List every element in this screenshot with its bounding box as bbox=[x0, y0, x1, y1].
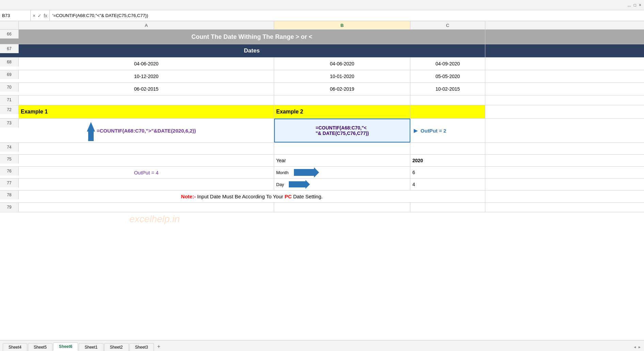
cell-71-b[interactable] bbox=[274, 95, 410, 105]
restore-icon[interactable]: □ bbox=[634, 3, 636, 7]
table-row: 70 06-02-2015 06-02-2019 10-02-2015 bbox=[0, 83, 644, 95]
day-arrow bbox=[289, 181, 306, 187]
note-pc: PC bbox=[285, 194, 292, 199]
row-num-72: 72 bbox=[0, 105, 19, 114]
cell-75-c[interactable]: 2020 bbox=[410, 155, 485, 166]
cell-70-c[interactable]: 10-02-2015 bbox=[410, 83, 485, 95]
formula-73-a-text: =COUNTIF(A68:C70,">"&DATE(2020,6,2)) bbox=[97, 128, 196, 134]
cell-75-b[interactable]: Year bbox=[274, 155, 410, 166]
table-row: 69 10-12-2020 10-01-2020 05-05-2020 bbox=[0, 70, 644, 83]
formula-73-b-text: =COUNTIF(A68:C70,"<"& DATE(C75,C76,C77)) bbox=[316, 125, 369, 136]
cell-72-a[interactable]: Example 1 bbox=[19, 105, 274, 118]
row-num-78: 78 bbox=[0, 190, 19, 199]
watermark: excelhelp.in bbox=[129, 214, 180, 225]
row-num-69: 69 bbox=[0, 70, 19, 79]
cell-74-b[interactable] bbox=[274, 143, 410, 154]
cell-70-b[interactable]: 06-02-2019 bbox=[274, 83, 410, 95]
output-76-a: OutPut = 4 bbox=[134, 170, 158, 176]
cell-69-b[interactable]: 10-01-2020 bbox=[274, 70, 410, 82]
cell-72-c[interactable] bbox=[410, 105, 485, 118]
table-row: 68 04-06-2020 04-06-2020 04-09-2020 bbox=[0, 58, 644, 70]
formula-bar: B73 × ✓ fx '=COUNTIF(A68:C70,"<"& DATE(C… bbox=[0, 10, 644, 21]
cell-73-b[interactable]: =COUNTIF(A68:C70,"<"& DATE(C75,C76,C77)) bbox=[274, 119, 410, 142]
cell-69-c[interactable]: 05-05-2020 bbox=[410, 70, 485, 82]
col-header-a[interactable]: A bbox=[19, 21, 274, 29]
row-num-66: 66 bbox=[0, 30, 19, 39]
row-num-75: 75 bbox=[0, 155, 19, 164]
cell-68-b[interactable]: 04-06-2020 bbox=[274, 58, 410, 70]
cell-71-c[interactable] bbox=[410, 95, 485, 105]
cell-79-a[interactable] bbox=[19, 203, 274, 212]
cell-76-c[interactable]: 6 bbox=[410, 167, 485, 178]
col-header-b[interactable]: B bbox=[274, 21, 410, 29]
column-headers: A B C bbox=[0, 21, 644, 30]
formula-content: '=COUNTIF(A68:C70,"<"& DATE(C75,C76,C77)… bbox=[50, 13, 644, 18]
cell-68-c[interactable]: 04-09-2020 bbox=[410, 58, 485, 70]
sheet-body[interactable]: excelhelp.in 66 Count The Date Withing T… bbox=[0, 30, 644, 338]
note-text-2: Date Setting. bbox=[292, 194, 323, 199]
cell-77-c[interactable]: 4 bbox=[410, 179, 485, 190]
table-row: 72 Example 1 Example 2 bbox=[0, 105, 644, 119]
col-header-c[interactable]: C bbox=[410, 21, 485, 29]
row-num-67: 67 bbox=[0, 44, 19, 53]
cell-74-c[interactable] bbox=[410, 143, 485, 154]
table-row: 78 Note:- Input Date Must Be According T… bbox=[0, 190, 644, 203]
month-arrow bbox=[294, 169, 314, 176]
cell-69-a[interactable]: 10-12-2020 bbox=[19, 70, 274, 82]
row-num-77: 77 bbox=[0, 179, 19, 187]
day-label: Day bbox=[276, 182, 284, 187]
cell-73-a[interactable]: =COUNTIF(A68:C70,">"&DATE(2020,6,2)) bbox=[19, 119, 274, 142]
cell-79-c[interactable] bbox=[410, 203, 485, 212]
row-num-71: 71 bbox=[0, 95, 19, 104]
row-num-79: 79 bbox=[0, 203, 19, 212]
month-label: Month bbox=[276, 170, 288, 175]
cell-68-a[interactable]: 04-06-2020 bbox=[19, 58, 274, 70]
row-num-76: 76 bbox=[0, 167, 19, 176]
row-num-74: 74 bbox=[0, 143, 19, 152]
note-label: Note:- bbox=[181, 194, 196, 199]
formula-icons[interactable]: × ✓ fx bbox=[31, 10, 50, 21]
table-row: 67 Dates bbox=[0, 44, 644, 58]
table-row: 76 OutPut = 4 Month 6 bbox=[0, 167, 644, 179]
close-icon[interactable]: × bbox=[639, 3, 641, 7]
output-73-c: OutPut = 2 bbox=[421, 128, 446, 134]
cancel-icon[interactable]: × bbox=[33, 13, 35, 18]
row-num-70: 70 bbox=[0, 83, 19, 92]
confirm-icon[interactable]: ✓ bbox=[37, 13, 42, 18]
spreadsheet: A B C excelhelp.in 66 Count The Date Wit… bbox=[0, 21, 644, 338]
table-row: 77 Day 4 bbox=[0, 179, 644, 190]
fx-icon[interactable]: fx bbox=[44, 13, 47, 18]
window-controls[interactable]: ... □ × bbox=[628, 3, 641, 7]
row-num-73: 73 bbox=[0, 119, 19, 127]
cell-70-a[interactable]: 06-02-2015 bbox=[19, 83, 274, 95]
cell-77-a[interactable] bbox=[19, 179, 274, 190]
table-row: 75 Year 2020 bbox=[0, 155, 644, 167]
table-row: 74 bbox=[0, 143, 644, 155]
title-bar: ... □ × bbox=[0, 0, 644, 10]
cell-78-merged: Note:- Input Date Must Be According To Y… bbox=[19, 190, 485, 202]
cell-67-merged[interactable]: Dates bbox=[19, 44, 485, 57]
cell-72-b[interactable]: Example 2 bbox=[274, 105, 410, 118]
cell-ref-box[interactable]: B73 bbox=[0, 10, 31, 21]
note-text-1: Input Date Must Be According To Your bbox=[196, 194, 285, 199]
table-row: 79 bbox=[0, 203, 644, 212]
row-num-68: 68 bbox=[0, 58, 19, 66]
cell-74-a[interactable] bbox=[19, 143, 274, 154]
cell-76-b[interactable]: Month bbox=[274, 167, 410, 178]
cell-71-a[interactable] bbox=[19, 95, 274, 105]
table-row: 71 bbox=[0, 95, 644, 105]
cell-79-b[interactable] bbox=[274, 203, 410, 212]
cell-73-c[interactable]: ► OutPut = 2 bbox=[410, 119, 485, 142]
table-row: 73 =COUNTIF(A68:C70,">"&DATE(2020,6,2)) … bbox=[0, 119, 644, 143]
cell-66-merged[interactable]: Count The Date Withing The Range > or < bbox=[19, 30, 485, 44]
cell-77-b[interactable]: Day bbox=[274, 179, 410, 190]
row-num-header bbox=[0, 21, 19, 29]
cell-75-a[interactable] bbox=[19, 155, 274, 166]
table-row: 66 Count The Date Withing The Range > or… bbox=[0, 30, 644, 44]
more-icon[interactable]: ... bbox=[628, 3, 631, 7]
cell-76-a[interactable]: OutPut = 4 bbox=[19, 167, 274, 178]
